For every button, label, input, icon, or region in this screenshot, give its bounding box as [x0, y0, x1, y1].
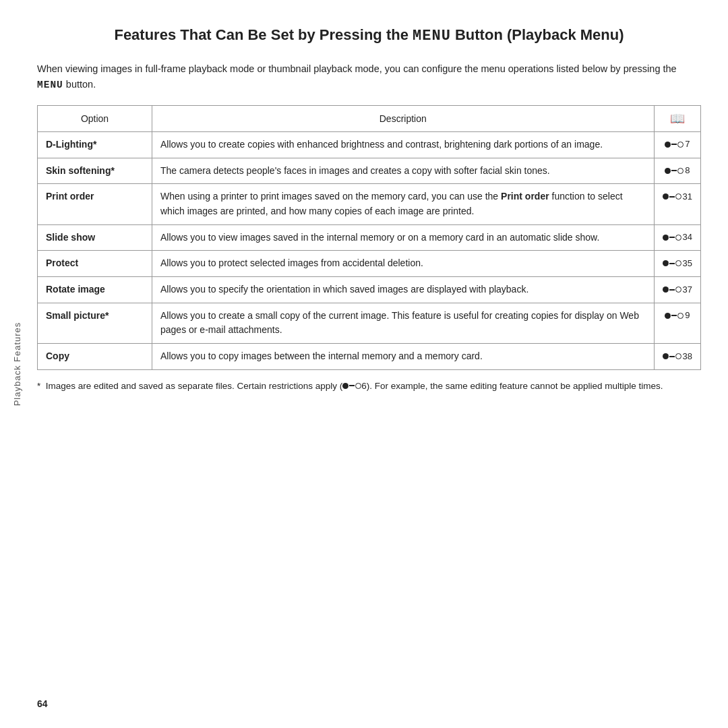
circle2	[677, 313, 684, 319]
desc-protect: Allows you to protect selected images fr…	[152, 251, 655, 277]
table-row: Rotate image Allows you to specify the o…	[38, 277, 701, 303]
sidebar-label: Playback Features	[12, 322, 22, 406]
dash	[669, 289, 675, 291]
circle1	[665, 313, 671, 319]
intro-text-before: When viewing images in full-frame playba…	[37, 63, 677, 74]
option-print-order: Print order	[38, 184, 152, 224]
ref-num: 38	[683, 350, 692, 363]
table-row: Small picture* Allows you to create a sm…	[38, 303, 701, 343]
circles	[663, 260, 681, 266]
desc-copy: Allows you to copy images between the in…	[152, 344, 655, 370]
circle1	[663, 353, 669, 359]
ref-icon: 34	[663, 231, 692, 244]
footnote-circles	[342, 383, 361, 389]
dash	[669, 237, 675, 238]
circles	[663, 193, 681, 200]
ref-icon: 31	[663, 190, 692, 204]
table-row: Skin softening* The camera detects peopl…	[38, 158, 701, 184]
ref-num: 34	[683, 231, 692, 244]
option-slide-show: Slide show	[38, 224, 152, 251]
title-text-before: Features That Can Be Set by Pressing the	[114, 26, 408, 43]
book-icon: 📖	[670, 112, 685, 125]
header-option: Option	[38, 105, 152, 131]
dash	[669, 356, 675, 357]
header-description: Description	[152, 105, 655, 131]
ref-icon: 35	[663, 257, 692, 270]
dash	[669, 196, 675, 198]
ref-num: 7	[685, 138, 690, 151]
intro-menu-keyword: MENU	[37, 80, 63, 90]
ref-skin-softening: 8	[654, 158, 700, 184]
main-content: Features That Can Be Set by Pressing the…	[37, 0, 701, 394]
dash	[669, 263, 675, 264]
page-number: 64	[37, 698, 48, 709]
table-row: Print order When using a printer to prin…	[38, 184, 701, 224]
ref-icon-d-lighting: 7	[665, 138, 690, 151]
dash	[671, 144, 677, 145]
ref-num: 31	[683, 190, 692, 204]
circle1	[663, 260, 669, 266]
circle2	[677, 168, 684, 174]
option-protect: Protect	[38, 251, 152, 277]
intro-text-after: button.	[66, 79, 96, 90]
circle1	[342, 383, 348, 389]
ref-print-order: 31	[654, 184, 700, 224]
header-ref: 📖	[654, 105, 700, 131]
table-row: Protect Allows you to protect selected i…	[38, 251, 701, 277]
table-row: Copy Allows you to copy images between t…	[38, 344, 701, 370]
ref-slide-show: 34	[654, 224, 700, 251]
circle2	[677, 142, 684, 148]
ref-d-lighting: 7	[654, 131, 700, 158]
dash	[671, 170, 677, 171]
dash	[349, 385, 355, 386]
option-rotate-image: Rotate image	[38, 277, 152, 303]
option-d-lighting: D-Lighting*	[38, 131, 152, 158]
option-skin-softening: Skin softening*	[38, 158, 152, 184]
ref-num: 8	[685, 164, 690, 177]
option-copy: Copy	[38, 344, 152, 370]
circles	[663, 286, 681, 293]
circle1	[663, 286, 669, 293]
circle1	[663, 235, 669, 241]
intro-paragraph: When viewing images in full-frame playba…	[37, 61, 701, 93]
circle1	[665, 168, 671, 174]
ref-icon: 37	[663, 283, 692, 297]
dash	[671, 315, 677, 316]
ref-small-picture: 9	[654, 303, 700, 343]
desc-small-picture: Allows you to create a small copy of the…	[152, 303, 655, 343]
circle2	[355, 383, 361, 389]
circles	[665, 168, 684, 174]
circle2	[675, 286, 681, 293]
features-table: Option Description 📖 D-Lighting* Allows …	[37, 105, 701, 370]
desc-slide-show: Allows you to view images saved in the i…	[152, 224, 655, 251]
desc-skin-softening: The camera detects people's faces in ima…	[152, 158, 655, 184]
ref-icon: 9	[665, 309, 690, 322]
table-row: Slide show Allows you to view images sav…	[38, 224, 701, 251]
desc-d-lighting: Allows you to create copies with enhance…	[152, 131, 655, 158]
circles	[663, 353, 681, 359]
circle1	[663, 193, 669, 200]
option-small-picture: Small picture*	[38, 303, 152, 343]
circles	[665, 313, 684, 319]
ref-protect: 35	[654, 251, 700, 277]
title-menu-keyword: MENU	[413, 28, 451, 44]
desc-print-order: When using a printer to print images sav…	[152, 184, 655, 224]
ref-num: 37	[683, 283, 692, 297]
ref-icon: 8	[665, 164, 690, 177]
ref-rotate-image: 37	[654, 277, 700, 303]
title-text-after: Button (Playback Menu)	[455, 26, 624, 43]
ref-num: 35	[683, 257, 692, 270]
desc-rotate-image: Allows you to specify the orientation in…	[152, 277, 655, 303]
ref-icon: 38	[663, 350, 692, 363]
page-title: Features That Can Be Set by Pressing the…	[37, 26, 701, 47]
circles	[663, 235, 681, 241]
circle2	[675, 260, 681, 266]
ref-num: 9	[685, 309, 690, 322]
table-row: D-Lighting* Allows you to create copies …	[38, 131, 701, 158]
circle2	[675, 193, 681, 200]
ref-copy: 38	[654, 344, 700, 370]
circle2	[675, 353, 681, 359]
circle2	[675, 235, 681, 241]
circle1	[665, 142, 671, 148]
circles	[665, 142, 684, 148]
